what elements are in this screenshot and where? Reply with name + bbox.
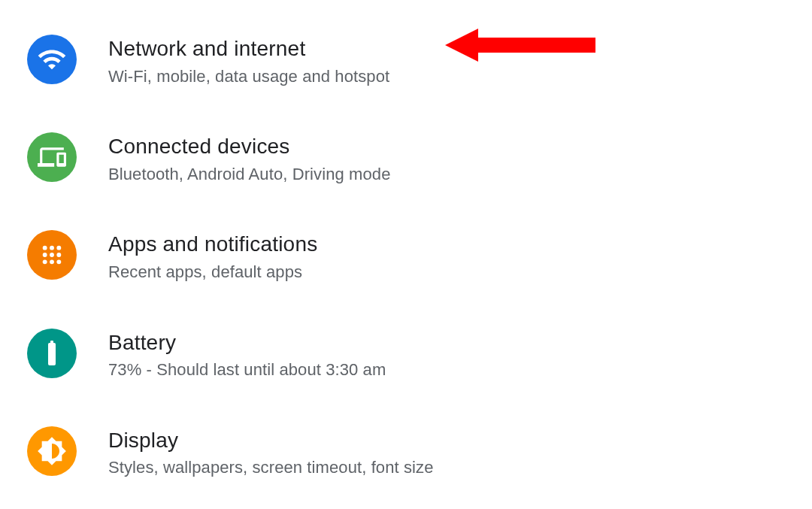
svg-point-5 — [56, 253, 61, 257]
settings-list: Network and internet Wi-Fi, mobile, data… — [0, 0, 812, 509]
settings-item-text: Display Styles, wallpapers, screen timeo… — [108, 426, 433, 479]
settings-item-subtitle: 73% - Should last until about 3:30 am — [108, 359, 386, 381]
svg-rect-10 — [50, 341, 53, 344]
settings-item-text: Network and internet Wi-Fi, mobile, data… — [108, 35, 389, 87]
settings-item-title: Connected devices — [108, 134, 391, 159]
svg-point-2 — [56, 246, 61, 250]
settings-item-text: Apps and notifications Recent apps, defa… — [108, 230, 317, 283]
svg-point-7 — [50, 260, 54, 265]
settings-item-title: Network and internet — [108, 36, 389, 62]
svg-point-8 — [56, 260, 61, 265]
settings-item-display[interactable]: Display Styles, wallpapers, screen timeo… — [0, 413, 812, 509]
settings-item-network[interactable]: Network and internet Wi-Fi, mobile, data… — [0, 21, 812, 119]
svg-point-1 — [50, 246, 54, 250]
settings-item-text: Connected devices Bluetooth, Android Aut… — [108, 132, 391, 185]
settings-item-subtitle: Styles, wallpapers, screen timeout, font… — [108, 457, 433, 479]
settings-item-subtitle: Wi-Fi, mobile, data usage and hotspot — [108, 66, 389, 88]
settings-item-text: Battery 73% - Should last until about 3:… — [108, 329, 386, 381]
svg-point-0 — [43, 246, 47, 250]
svg-point-3 — [43, 253, 47, 257]
settings-item-title: Apps and notifications — [108, 232, 317, 257]
wifi-icon — [27, 35, 77, 84]
settings-item-title: Display — [108, 428, 433, 453]
battery-icon — [27, 329, 77, 378]
settings-item-title: Battery — [108, 330, 386, 356]
svg-point-6 — [43, 260, 47, 265]
settings-item-subtitle: Bluetooth, Android Auto, Driving mode — [108, 164, 391, 186]
settings-item-battery[interactable]: Battery 73% - Should last until about 3:… — [0, 315, 812, 413]
settings-item-apps[interactable]: Apps and notifications Recent apps, defa… — [0, 217, 812, 314]
settings-item-subtitle: Recent apps, default apps — [108, 262, 317, 283]
svg-rect-9 — [48, 343, 56, 365]
devices-icon — [27, 132, 77, 182]
settings-item-connected-devices[interactable]: Connected devices Bluetooth, Android Aut… — [0, 119, 812, 217]
svg-point-4 — [50, 253, 54, 257]
display-icon — [27, 426, 77, 476]
apps-icon — [27, 230, 77, 280]
